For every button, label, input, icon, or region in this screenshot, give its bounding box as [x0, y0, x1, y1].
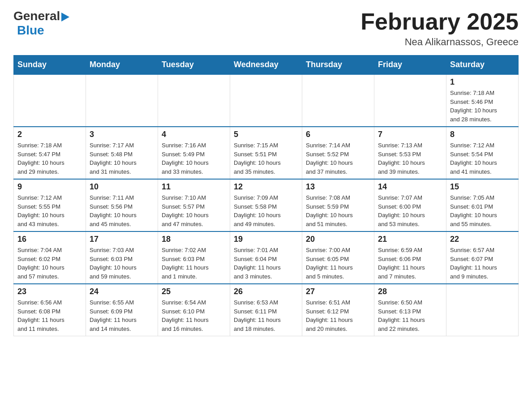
calendar-day-cell: 20Sunrise: 7:00 AM Sunset: 6:05 PM Dayli… — [302, 231, 374, 284]
day-number: 16 — [17, 235, 82, 244]
day-number: 22 — [450, 235, 515, 244]
day-number: 27 — [306, 287, 370, 296]
day-info: Sunrise: 6:56 AM Sunset: 6:08 PM Dayligh… — [17, 298, 82, 333]
day-number: 28 — [378, 287, 442, 296]
calendar-day-cell: 13Sunrise: 7:08 AM Sunset: 5:59 PM Dayli… — [302, 179, 374, 231]
day-number: 2 — [17, 130, 82, 139]
day-info: Sunrise: 7:07 AM Sunset: 6:00 PM Dayligh… — [378, 193, 442, 228]
day-number: 10 — [90, 182, 154, 192]
calendar-day-cell — [302, 74, 374, 127]
title-area: February 2025 Nea Alikarnassos, Greece — [360, 9, 519, 48]
day-info: Sunrise: 7:04 AM Sunset: 6:02 PM Dayligh… — [17, 246, 82, 281]
day-info: Sunrise: 7:13 AM Sunset: 5:53 PM Dayligh… — [378, 141, 442, 176]
day-info: Sunrise: 7:02 AM Sunset: 6:03 PM Dayligh… — [162, 246, 226, 281]
calendar-day-header: Thursday — [302, 56, 374, 75]
calendar-day-cell: 2Sunrise: 7:18 AM Sunset: 5:47 PM Daylig… — [14, 127, 86, 179]
calendar-day-cell: 9Sunrise: 7:12 AM Sunset: 5:55 PM Daylig… — [14, 179, 86, 231]
calendar-week-row: 16Sunrise: 7:04 AM Sunset: 6:02 PM Dayli… — [14, 231, 519, 284]
day-info: Sunrise: 6:57 AM Sunset: 6:07 PM Dayligh… — [450, 246, 515, 281]
day-number: 4 — [162, 130, 226, 139]
day-info: Sunrise: 6:59 AM Sunset: 6:06 PM Dayligh… — [378, 246, 442, 281]
day-number: 12 — [234, 182, 298, 192]
logo: General Blue — [13, 9, 69, 38]
day-info: Sunrise: 7:09 AM Sunset: 5:58 PM Dayligh… — [234, 193, 298, 228]
calendar-day-cell — [14, 74, 86, 127]
day-number: 17 — [90, 235, 154, 244]
day-number: 1 — [450, 77, 515, 87]
day-number: 3 — [90, 130, 154, 139]
day-info: Sunrise: 6:54 AM Sunset: 6:10 PM Dayligh… — [162, 298, 226, 333]
calendar-day-cell: 6Sunrise: 7:14 AM Sunset: 5:52 PM Daylig… — [302, 127, 374, 179]
calendar-day-cell: 28Sunrise: 6:50 AM Sunset: 6:13 PM Dayli… — [374, 284, 446, 336]
calendar-day-header: Friday — [374, 56, 446, 75]
calendar-day-cell: 7Sunrise: 7:13 AM Sunset: 5:53 PM Daylig… — [374, 127, 446, 179]
page-header: General Blue February 2025 Nea Alikarnas… — [13, 9, 519, 48]
calendar-day-cell — [446, 284, 519, 336]
calendar-week-row: 1Sunrise: 7:18 AM Sunset: 5:46 PM Daylig… — [14, 74, 519, 127]
day-info: Sunrise: 7:01 AM Sunset: 6:04 PM Dayligh… — [234, 246, 298, 281]
day-info: Sunrise: 7:12 AM Sunset: 5:55 PM Dayligh… — [17, 193, 82, 228]
day-info: Sunrise: 7:16 AM Sunset: 5:49 PM Dayligh… — [162, 141, 226, 176]
calendar-day-cell: 21Sunrise: 6:59 AM Sunset: 6:06 PM Dayli… — [374, 231, 446, 284]
calendar-week-row: 23Sunrise: 6:56 AM Sunset: 6:08 PM Dayli… — [14, 284, 519, 336]
calendar-day-header: Monday — [86, 56, 158, 75]
calendar-day-cell — [374, 74, 446, 127]
calendar-day-cell: 16Sunrise: 7:04 AM Sunset: 6:02 PM Dayli… — [14, 231, 86, 284]
day-number: 5 — [234, 130, 298, 139]
logo-blue-text: Blue — [17, 23, 44, 38]
calendar-day-header: Saturday — [446, 56, 519, 75]
logo-general-text: General — [13, 9, 60, 23]
month-title: February 2025 — [360, 9, 519, 34]
day-number: 7 — [378, 130, 442, 139]
calendar-day-cell: 22Sunrise: 6:57 AM Sunset: 6:07 PM Dayli… — [446, 231, 519, 284]
logo-arrow-icon — [61, 13, 69, 21]
calendar-day-cell: 12Sunrise: 7:09 AM Sunset: 5:58 PM Dayli… — [230, 179, 302, 231]
day-info: Sunrise: 7:14 AM Sunset: 5:52 PM Dayligh… — [306, 141, 370, 176]
calendar-day-cell: 25Sunrise: 6:54 AM Sunset: 6:10 PM Dayli… — [158, 284, 230, 336]
calendar-table: SundayMondayTuesdayWednesdayThursdayFrid… — [13, 55, 519, 336]
day-number: 25 — [162, 287, 226, 296]
calendar-day-header: Sunday — [14, 56, 86, 75]
day-number: 20 — [306, 235, 370, 244]
day-info: Sunrise: 7:11 AM Sunset: 5:56 PM Dayligh… — [90, 193, 154, 228]
calendar-day-cell: 1Sunrise: 7:18 AM Sunset: 5:46 PM Daylig… — [446, 74, 519, 127]
calendar-header-row: SundayMondayTuesdayWednesdayThursdayFrid… — [14, 56, 519, 75]
calendar-day-cell: 11Sunrise: 7:10 AM Sunset: 5:57 PM Dayli… — [158, 179, 230, 231]
calendar-day-cell: 23Sunrise: 6:56 AM Sunset: 6:08 PM Dayli… — [14, 284, 86, 336]
day-info: Sunrise: 7:10 AM Sunset: 5:57 PM Dayligh… — [162, 193, 226, 228]
day-number: 13 — [306, 182, 370, 192]
calendar-day-header: Tuesday — [158, 56, 230, 75]
calendar-week-row: 9Sunrise: 7:12 AM Sunset: 5:55 PM Daylig… — [14, 179, 519, 231]
day-number: 21 — [378, 235, 442, 244]
calendar-day-cell: 14Sunrise: 7:07 AM Sunset: 6:00 PM Dayli… — [374, 179, 446, 231]
day-info: Sunrise: 6:50 AM Sunset: 6:13 PM Dayligh… — [378, 298, 442, 333]
calendar-day-cell: 26Sunrise: 6:53 AM Sunset: 6:11 PM Dayli… — [230, 284, 302, 336]
day-info: Sunrise: 7:18 AM Sunset: 5:47 PM Dayligh… — [17, 141, 82, 176]
day-info: Sunrise: 7:03 AM Sunset: 6:03 PM Dayligh… — [90, 246, 154, 281]
day-info: Sunrise: 7:17 AM Sunset: 5:48 PM Dayligh… — [90, 141, 154, 176]
day-info: Sunrise: 6:51 AM Sunset: 6:12 PM Dayligh… — [306, 298, 370, 333]
calendar-day-cell: 19Sunrise: 7:01 AM Sunset: 6:04 PM Dayli… — [230, 231, 302, 284]
calendar-day-cell: 4Sunrise: 7:16 AM Sunset: 5:49 PM Daylig… — [158, 127, 230, 179]
day-info: Sunrise: 6:53 AM Sunset: 6:11 PM Dayligh… — [234, 298, 298, 333]
location: Nea Alikarnassos, Greece — [360, 36, 519, 48]
calendar-day-header: Wednesday — [230, 56, 302, 75]
calendar-day-cell: 15Sunrise: 7:05 AM Sunset: 6:01 PM Dayli… — [446, 179, 519, 231]
day-number: 23 — [17, 287, 82, 296]
calendar-day-cell: 5Sunrise: 7:15 AM Sunset: 5:51 PM Daylig… — [230, 127, 302, 179]
day-number: 9 — [17, 182, 82, 192]
calendar-day-cell — [86, 74, 158, 127]
day-number: 15 — [450, 182, 515, 192]
day-number: 19 — [234, 235, 298, 244]
calendar-day-cell: 24Sunrise: 6:55 AM Sunset: 6:09 PM Dayli… — [86, 284, 158, 336]
day-info: Sunrise: 7:15 AM Sunset: 5:51 PM Dayligh… — [234, 141, 298, 176]
calendar-day-cell: 3Sunrise: 7:17 AM Sunset: 5:48 PM Daylig… — [86, 127, 158, 179]
day-info: Sunrise: 7:05 AM Sunset: 6:01 PM Dayligh… — [450, 193, 515, 228]
day-number: 11 — [162, 182, 226, 192]
day-info: Sunrise: 7:00 AM Sunset: 6:05 PM Dayligh… — [306, 246, 370, 281]
calendar-day-cell — [158, 74, 230, 127]
day-info: Sunrise: 6:55 AM Sunset: 6:09 PM Dayligh… — [90, 298, 154, 333]
day-number: 8 — [450, 130, 515, 139]
calendar-day-cell: 8Sunrise: 7:12 AM Sunset: 5:54 PM Daylig… — [446, 127, 519, 179]
day-number: 24 — [90, 287, 154, 296]
